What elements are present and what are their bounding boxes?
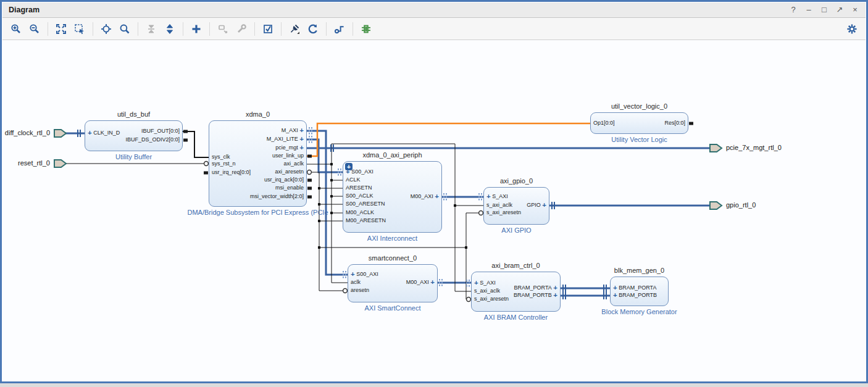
window-title: Diagram (9, 6, 40, 14)
help-icon[interactable]: ? (789, 5, 798, 14)
port-axi_bram_ctrl_0-BRAM_PORTA[interactable]: BRAM_PORTA + (471, 285, 557, 291)
interface-plus-icon[interactable]: + (613, 291, 617, 299)
interface-plus-icon[interactable]: + (613, 284, 617, 291)
toolbar-separator (326, 22, 327, 36)
external-port-label-gpio_rtl_0: gpio_rtl_0 (726, 201, 756, 209)
port-axi_gpio_0-S_AXI[interactable]: + S_AXI (486, 193, 508, 200)
port-stub (307, 179, 312, 182)
block-subtitle-util_ds_buf: Utility Buffer (41, 153, 226, 160)
close-icon[interactable]: × (851, 5, 859, 14)
validate-design-icon[interactable] (259, 21, 277, 37)
port-xdma_0-axi_aresetn[interactable]: axi_aresetn (209, 169, 304, 175)
search-icon[interactable] (116, 21, 133, 37)
wire-junction (318, 187, 320, 189)
wire-junction (330, 163, 333, 165)
external-port-label-diff_clock_rtl_0: diff_clock_rtl_0 (2, 129, 50, 136)
interface-plus-icon[interactable]: + (430, 278, 435, 286)
port-xdma_0-user_link_up[interactable]: user_link_up (209, 152, 304, 159)
port-axi_gpio_0-GPIO[interactable]: GPIO + (483, 202, 546, 209)
port-axi_gpio_0-s_axi_aresetn[interactable]: s_axi_aresetn (486, 209, 521, 216)
port-util_ds_buf-IBUF_DS_ODIV2[0:0][interactable]: IBUF_DS_ODIV2[0:0] (85, 136, 180, 143)
port-xdma_0-pcie_mgt[interactable]: pcie_mgt + (209, 144, 304, 151)
pin-icon[interactable] (286, 21, 303, 37)
block-title-xdma_0: xdma_0 (172, 110, 344, 118)
customize-block-wrench-icon[interactable] (233, 21, 250, 37)
zoom-to-selection-icon[interactable] (71, 21, 88, 37)
port-util_ds_buf-IBUF_OUT[0:0][interactable]: IBUF_OUT[0:0] (85, 128, 180, 135)
port-xdma_0-usr_irq_ack[0:0][interactable]: usr_irq_ack[0:0] (209, 177, 304, 183)
minimize-icon[interactable]: – (804, 5, 813, 14)
block-blk_mem_gen_0[interactable] (610, 277, 669, 306)
window-body: Diagram ? – □ ↗ × (0, 0, 868, 383)
port-xdma_0-msi_vector_width[2:0][interactable]: msi_vector_width[2:0] (209, 193, 304, 200)
show-interface-connections-icon[interactable] (357, 21, 375, 37)
diagram-canvas[interactable]: diff_clock_rtl_0reset_rtl_0pcie_7x_mgt_r… (2, 40, 866, 378)
active-low-bubble (479, 211, 483, 215)
block-title-blk_mem_gen_0: blk_mem_gen_0 (573, 267, 706, 274)
interface-plus-icon[interactable]: + (553, 291, 557, 299)
make-connection-icon[interactable] (214, 21, 232, 37)
active-low-bubble (307, 170, 312, 175)
zoom-out-icon[interactable] (26, 21, 43, 37)
block-expander-icon-xdma_0_axi_periph[interactable]: + (345, 163, 353, 170)
block-title-smartconnect_0: smartconnect_0 (311, 254, 475, 262)
wire-junction (454, 204, 456, 207)
port-smartconnect_0-M00_AXI[interactable]: M00_AXI + (348, 279, 435, 286)
autofit-selection-icon[interactable] (98, 21, 115, 37)
regenerate-layout-icon[interactable] (304, 21, 322, 37)
add-ip-icon[interactable] (188, 21, 205, 37)
port-xdma_0-msi_enable[interactable]: msi_enable (209, 185, 304, 191)
maximize-icon[interactable]: □ (820, 5, 828, 14)
port-xdma_0-M_AXI_LITE[interactable]: M_AXI_LITE + (209, 136, 304, 143)
external-port-reset_rtl_0[interactable] (54, 160, 66, 167)
block-title-util_vector_logic_0: util_vector_logic_0 (553, 102, 725, 110)
block-subtitle-xdma_0: DMA/Bridge Subsystem for PCI Express (PC… (165, 209, 350, 216)
port-smartconnect_0-aresetn[interactable]: aresetn (351, 287, 369, 294)
active-low-bubble (204, 162, 209, 166)
port-xdma_0_axi_periph-M00_ARESETN[interactable]: M00_ARESETN (346, 217, 386, 224)
diagram-toolbar (2, 18, 866, 40)
optimize-routing-icon[interactable] (331, 21, 348, 37)
interface-plus-icon[interactable]: + (351, 270, 355, 278)
port-xdma_0_axi_periph-ACLK[interactable]: ACLK (346, 177, 361, 183)
interface-plus-icon[interactable]: + (299, 135, 304, 143)
port-stub (204, 172, 208, 175)
titlebar[interactable]: Diagram ? – □ ↗ × (2, 2, 866, 18)
settings-gear-icon[interactable] (843, 21, 861, 37)
port-stub (183, 130, 188, 133)
port-xdma_0-axi_aclk[interactable]: axi_aclk (209, 160, 304, 167)
expand-hierarchy-icon[interactable] (161, 21, 178, 37)
port-blk_mem_gen_0-BRAM_PORTB[interactable]: + BRAM_PORTB (613, 292, 657, 299)
zoom-in-icon[interactable] (7, 21, 25, 37)
port-xdma_0_axi_periph-ARESETN[interactable]: ARESETN (346, 185, 372, 191)
interface-plus-icon[interactable]: + (299, 144, 304, 151)
toolbar-separator (183, 22, 183, 36)
external-port-gpio_rtl_0[interactable] (710, 202, 722, 209)
toolbar-separator (93, 22, 93, 36)
port-xdma_0_axi_periph-M00_ACLK[interactable]: M00_ACLK (346, 209, 374, 216)
block-subtitle-axi_gpio_0: AXI GPIO (440, 227, 593, 234)
wire-junction (465, 246, 467, 249)
port-xdma_0-M_AXI[interactable]: M_AXI + (209, 127, 304, 134)
block-title-xdma_0_axi_periph: xdma_0_axi_periph (306, 151, 479, 159)
port-blk_mem_gen_0-BRAM_PORTA[interactable]: + BRAM_PORTA (613, 285, 656, 291)
interface-plus-icon[interactable]: + (486, 193, 491, 200)
collapse-hierarchy-icon[interactable] (143, 21, 160, 37)
interface-plus-icon[interactable]: + (435, 193, 439, 200)
interface-plus-icon[interactable]: + (299, 127, 304, 134)
wire-junction (330, 179, 333, 181)
vivado-diagram-window: Diagram ? – □ ↗ × (0, 0, 868, 387)
port-util_vector_logic_0-Res[0:0][interactable]: Res[0:0] (590, 120, 685, 127)
port-xdma_0_axi_periph-M00_AXI[interactable]: M00_AXI + (343, 193, 439, 200)
interface-plus-icon[interactable]: + (553, 284, 557, 291)
float-icon[interactable]: ↗ (835, 5, 844, 14)
port-smartconnect_0-S00_AXI[interactable]: + S00_AXI (351, 271, 378, 278)
zoom-fit-icon[interactable] (52, 21, 70, 37)
external-port-pcie_7x_mgt_rtl_0[interactable] (710, 144, 722, 152)
external-port-diff_clock_rtl_0[interactable] (54, 130, 66, 137)
port-xdma_0_axi_periph-S00_ARESETN[interactable]: S00_ARESETN (346, 201, 385, 207)
interface-plus-icon[interactable]: + (542, 201, 546, 209)
port-axi_bram_ctrl_0-BRAM_PORTB[interactable]: BRAM_PORTB + (471, 292, 557, 299)
wire-junction (318, 220, 320, 222)
wire-junction (318, 203, 320, 206)
